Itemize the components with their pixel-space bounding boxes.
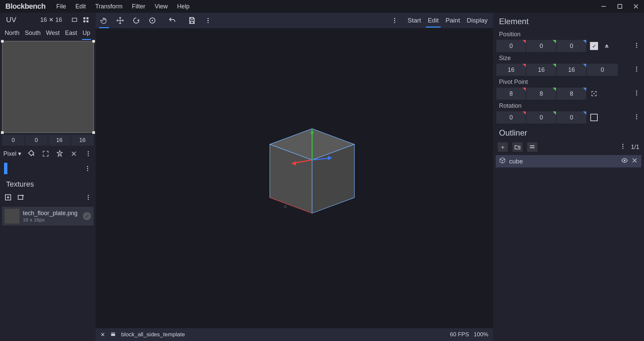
import-texture-icon[interactable]: [4, 193, 12, 203]
color-more-icon[interactable]: [84, 165, 92, 172]
menu-transform[interactable]: Transform: [91, 1, 127, 12]
mode-tab-paint[interactable]: Paint: [442, 14, 463, 27]
status-bar: ✕ block_all_sides_template 60 FPS 100%: [96, 328, 493, 341]
uv-grid-icon[interactable]: [81, 15, 91, 25]
uv-face-up[interactable]: Up: [80, 28, 93, 39]
uv-grid-size[interactable]: 16 ✕ 16: [40, 16, 62, 23]
position-eject-icon[interactable]: [602, 41, 612, 51]
position-z[interactable]: 0: [557, 40, 586, 52]
texture-applied-icon[interactable]: ✓: [83, 212, 91, 220]
fullscreen-icon[interactable]: [41, 149, 49, 158]
uv-face-north[interactable]: North: [2, 28, 22, 39]
status-model-icon: [110, 331, 116, 339]
uv-editor[interactable]: [2, 41, 94, 133]
pan-tool-icon[interactable]: [98, 14, 110, 27]
rotate-tool-icon[interactable]: [130, 14, 143, 27]
uv-coord-x2[interactable]: 16: [48, 135, 71, 146]
menu-filter[interactable]: Filter: [127, 1, 150, 12]
auto-uv-icon[interactable]: A: [56, 149, 64, 158]
position-y[interactable]: 0: [527, 40, 556, 52]
pivot-tool-icon[interactable]: [146, 14, 159, 27]
delete-icon[interactable]: [631, 157, 638, 165]
create-texture-icon[interactable]: [17, 193, 25, 203]
svg-point-24: [207, 22, 208, 23]
uv-coord-x1[interactable]: 0: [2, 135, 24, 146]
uv-coord-y1[interactable]: 0: [25, 135, 48, 146]
position-x[interactable]: 0: [496, 40, 526, 52]
mode-tab-edit[interactable]: Edit: [425, 14, 442, 27]
move-tool-icon[interactable]: [114, 14, 127, 27]
uv-face-west[interactable]: West: [43, 28, 62, 39]
uv-more-icon[interactable]: [84, 149, 92, 158]
mode-tab-display[interactable]: Display: [463, 14, 491, 27]
rotation-z[interactable]: 0: [557, 111, 586, 124]
outliner-item-cube[interactable]: cube: [496, 155, 641, 167]
uv-frame-icon[interactable]: [69, 15, 80, 25]
undo-icon[interactable]: [166, 14, 179, 27]
rotation-rescale-checkbox[interactable]: [589, 112, 599, 123]
pivot-more-icon[interactable]: [633, 90, 641, 98]
pivot-x[interactable]: 8: [496, 88, 526, 100]
svg-point-21: [152, 20, 153, 21]
textures-more-icon[interactable]: [85, 194, 92, 202]
clear-uv-icon[interactable]: [70, 149, 78, 158]
window-maximize-button[interactable]: [612, 0, 628, 13]
size-more-icon[interactable]: [633, 66, 641, 74]
menu-view[interactable]: View: [150, 1, 172, 12]
texture-item[interactable]: tech_floor_plate.png 16 x 16px ✓: [2, 207, 94, 226]
menu-file[interactable]: File: [52, 1, 71, 12]
menu-help[interactable]: Help: [172, 1, 194, 12]
outliner-more-icon[interactable]: [620, 143, 626, 151]
add-group-button[interactable]: [512, 142, 523, 152]
uv-coord-y2[interactable]: 16: [71, 135, 94, 146]
size-inflate[interactable]: 0: [587, 64, 618, 76]
texture-dims: 16 x 16px: [23, 217, 78, 223]
menu-edit[interactable]: Edit: [71, 1, 91, 12]
svg-point-59: [622, 148, 623, 149]
rotation-y[interactable]: 0: [527, 111, 556, 124]
center-panel: Start Edit Paint Display: [96, 13, 493, 341]
size-z[interactable]: 16: [557, 64, 586, 76]
toolbar-more-icon[interactable]: [202, 14, 214, 27]
brush-mode-dropdown[interactable]: Pixel ▾: [3, 150, 21, 157]
svg-point-48: [593, 93, 594, 94]
svg-rect-40: [111, 332, 115, 333]
status-close-icon[interactable]: ✕: [100, 331, 105, 338]
position-checkbox[interactable]: ✓: [589, 41, 599, 51]
size-label: Size: [493, 53, 644, 63]
uv-handle-top-right[interactable]: [92, 40, 95, 43]
svg-rect-55: [530, 145, 534, 146]
position-more-icon[interactable]: [633, 42, 641, 50]
save-icon[interactable]: [186, 14, 198, 27]
rotation-x[interactable]: 0: [496, 111, 526, 124]
rotation-more-icon[interactable]: [633, 113, 641, 121]
uv-face-east[interactable]: East: [62, 28, 80, 39]
svg-point-11: [88, 155, 89, 156]
uv-handle-bottom-right[interactable]: [92, 131, 95, 134]
uv-face-south[interactable]: South: [22, 28, 43, 39]
mode-more-icon[interactable]: [388, 14, 401, 27]
window-minimize-button[interactable]: [596, 0, 612, 13]
uv-handle-top-left[interactable]: [1, 40, 4, 43]
uv-face-tabs: North South West East Up Down: [0, 27, 96, 39]
svg-point-43: [636, 45, 637, 46]
visibility-icon[interactable]: [621, 157, 628, 165]
toggle-options-button[interactable]: [527, 142, 537, 152]
size-x[interactable]: 16: [496, 64, 526, 76]
mode-tab-start[interactable]: Start: [404, 14, 425, 27]
center-pivot-icon[interactable]: [589, 89, 599, 99]
size-y[interactable]: 16: [527, 64, 556, 76]
window-close-button[interactable]: [628, 0, 644, 13]
cube-preview: ‹Z: [258, 126, 366, 220]
add-cube-button[interactable]: ＋: [498, 142, 508, 152]
color-swatch[interactable]: [4, 163, 7, 174]
uv-handle-bottom-left[interactable]: [1, 131, 4, 134]
uv-panel-title: UV: [6, 15, 16, 24]
svg-point-25: [394, 18, 395, 19]
3d-viewport[interactable]: ‹Z: [96, 28, 493, 328]
pivot-y[interactable]: 8: [527, 88, 556, 100]
pivot-z[interactable]: 8: [557, 88, 586, 100]
svg-point-51: [636, 94, 637, 95]
cube-icon: [499, 157, 506, 165]
fill-tool-icon[interactable]: [27, 149, 35, 158]
